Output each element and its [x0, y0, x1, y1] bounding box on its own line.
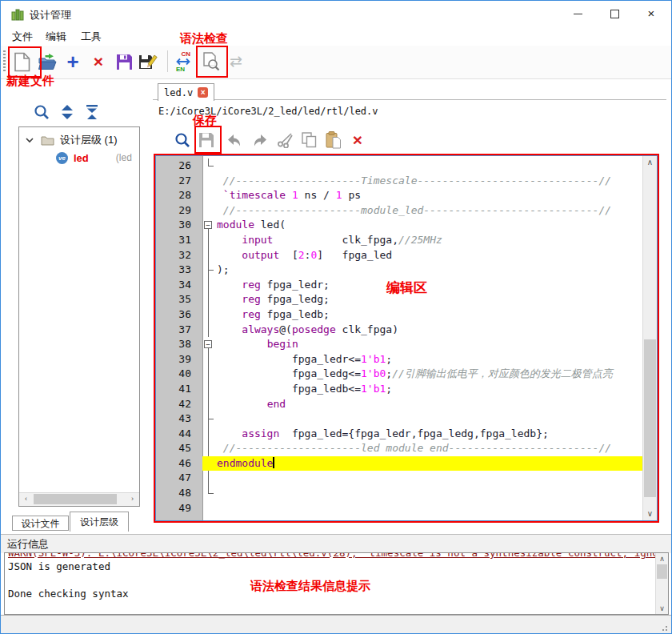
editor-find-button[interactable] — [171, 128, 194, 152]
code-text[interactable]: `timescale 1 ns / 1 ps — [215, 188, 643, 203]
line-number[interactable]: 26 — [156, 158, 202, 174]
new-file-button[interactable] — [11, 50, 34, 74]
add-button[interactable]: + — [62, 50, 84, 74]
output-vscrollbar[interactable]: ∧ ∨ — [655, 553, 668, 614]
fold-marker[interactable]: − — [202, 218, 215, 233]
tab-close-icon[interactable]: × — [198, 87, 208, 98]
code-text[interactable]: end — [215, 397, 643, 412]
tree-root-row[interactable]: 设计层级 (1) — [19, 131, 139, 149]
code-line[interactable]: 39 fpga_ledr<=1'b1; — [156, 352, 643, 367]
line-number[interactable]: 31 — [156, 233, 202, 248]
maximize-button[interactable] — [602, 5, 627, 22]
code-line[interactable]: 43 — [156, 411, 643, 427]
code-text[interactable]: ); — [215, 263, 643, 278]
code-text[interactable]: //--------------------led module end----… — [215, 441, 643, 456]
copy-button[interactable] — [298, 128, 320, 152]
line-number[interactable]: 28 — [156, 188, 202, 203]
line-number[interactable]: 27 — [156, 174, 202, 189]
minimize-button[interactable] — [565, 5, 590, 22]
save-as-button[interactable] — [137, 50, 159, 74]
scroll-right-icon[interactable]: › — [126, 493, 138, 505]
editor-vscrollbar[interactable]: ∧ ∨ — [642, 156, 657, 520]
code-line[interactable]: 46endmodule — [156, 456, 643, 471]
code-text[interactable]: //--------------------Timescale---------… — [215, 174, 643, 189]
menu-item-file[interactable]: 文件 — [12, 30, 33, 44]
code-text[interactable]: reg fpga_ledg; — [215, 292, 643, 307]
line-number[interactable]: 30 — [156, 218, 202, 233]
line-number[interactable]: 43 — [156, 411, 202, 427]
collapse-all-button[interactable] — [82, 102, 102, 122]
code-text[interactable] — [215, 501, 643, 516]
line-number[interactable]: 36 — [156, 307, 202, 323]
code-line[interactable]: 32 output [2:0] fpga_led — [156, 248, 643, 263]
output-scroll-down-icon[interactable]: ∨ — [656, 603, 668, 614]
line-number[interactable]: 33 — [156, 263, 202, 278]
code-text[interactable]: fpga_ledb<=1'b1; — [215, 382, 643, 397]
undo-button[interactable] — [222, 128, 245, 152]
line-number[interactable]: 34 — [156, 278, 202, 293]
line-number[interactable]: 38 — [156, 337, 202, 352]
code-text[interactable]: endmodule — [215, 456, 643, 471]
line-number[interactable]: 46 — [156, 456, 202, 471]
code-text[interactable]: reg fpga_ledr; — [215, 278, 643, 293]
open-file-button[interactable] — [36, 50, 58, 74]
save-project-button[interactable] — [113, 50, 135, 74]
line-number[interactable]: 32 — [156, 248, 202, 263]
code-text[interactable]: assign fpga_led={fpga_ledr,fpga_ledg,fpg… — [215, 427, 643, 442]
code-line[interactable]: 26 — [156, 158, 643, 174]
code-editor[interactable]: 2627 //--------------------Timescale----… — [155, 155, 658, 521]
tree-hscrollbar-thumb[interactable] — [34, 494, 117, 504]
sidebar-tab-design-hierarchy[interactable]: 设计层级 — [70, 512, 129, 532]
line-number[interactable]: 47 — [156, 471, 202, 486]
editor-tab-ledv[interactable]: led.v × — [158, 83, 214, 101]
code-line[interactable]: 27 //--------------------Timescale------… — [156, 174, 643, 189]
code-line[interactable]: 30−module led( — [156, 218, 643, 233]
code-line[interactable]: 37 always@(posedge clk_fpga) — [156, 323, 643, 338]
code-line[interactable]: 33); — [156, 263, 643, 278]
paste-button[interactable] — [322, 128, 345, 152]
code-line[interactable]: 41 fpga_ledb<=1'b1; — [156, 382, 643, 397]
code-line[interactable]: 44 assign fpga_led={fpga_ledr,fpga_ledg,… — [156, 427, 643, 442]
code-text[interactable]: begin — [215, 337, 643, 352]
code-line[interactable]: 31 input clk_fpga,//25MHz — [156, 233, 643, 248]
scroll-up-icon[interactable]: ∧ — [643, 156, 657, 169]
translate-button[interactable]: CN EN — [172, 50, 194, 74]
toolbar-grip[interactable] — [3, 50, 6, 73]
redo-button[interactable] — [249, 128, 271, 152]
cut-button[interactable] — [274, 128, 296, 152]
syntax-check-button[interactable] — [199, 50, 222, 74]
code-line[interactable]: 38− begin — [156, 337, 643, 352]
line-number[interactable]: 39 — [156, 352, 202, 367]
expand-all-button[interactable] — [57, 102, 78, 122]
code-text[interactable]: module led( — [215, 218, 643, 233]
editor-save-button[interactable] — [195, 128, 218, 152]
chevron-down-icon[interactable] — [26, 138, 34, 143]
scroll-left-icon[interactable]: ‹ — [20, 493, 32, 505]
code-text[interactable] — [215, 158, 643, 174]
code-text[interactable]: input clk_fpga,//25MHz — [215, 233, 643, 248]
close-button[interactable]: × — [638, 5, 664, 22]
line-number[interactable]: 29 — [156, 203, 202, 219]
code-text[interactable]: reg fpga_ledb; — [215, 307, 643, 323]
editor-vscrollbar-thumb[interactable] — [644, 339, 656, 497]
editor-delete-button[interactable]: × — [346, 128, 369, 152]
line-number[interactable]: 40 — [156, 367, 202, 382]
code-line[interactable]: 40 fpga_ledg<=1'b0;//引脚输出低电平，对应颜色的发光二极管点… — [156, 367, 643, 382]
menu-item-edit[interactable]: 编辑 — [46, 30, 66, 44]
line-number[interactable]: 37 — [156, 323, 202, 338]
output-vscrollbar-thumb[interactable] — [657, 564, 667, 579]
code-line[interactable]: 45 //--------------------led module end-… — [156, 441, 643, 456]
code-line[interactable]: 42 end — [156, 397, 643, 412]
scroll-down-icon[interactable]: ∨ — [643, 508, 657, 520]
code-text[interactable] — [215, 471, 643, 486]
sidebar-tab-design-files[interactable]: 设计文件 — [12, 516, 69, 531]
line-number[interactable]: 35 — [156, 292, 202, 307]
code-line[interactable]: 49 — [156, 501, 643, 516]
code-text[interactable]: fpga_ledr<=1'b1; — [215, 352, 643, 367]
resize-grip[interactable] — [660, 624, 667, 631]
tree-hscrollbar[interactable]: ‹ › — [19, 492, 139, 506]
delete-button[interactable]: × — [87, 50, 110, 74]
code-text[interactable]: //--------------------module_led--------… — [215, 203, 643, 219]
line-number[interactable]: 44 — [156, 427, 202, 442]
code-text[interactable] — [215, 486, 643, 501]
